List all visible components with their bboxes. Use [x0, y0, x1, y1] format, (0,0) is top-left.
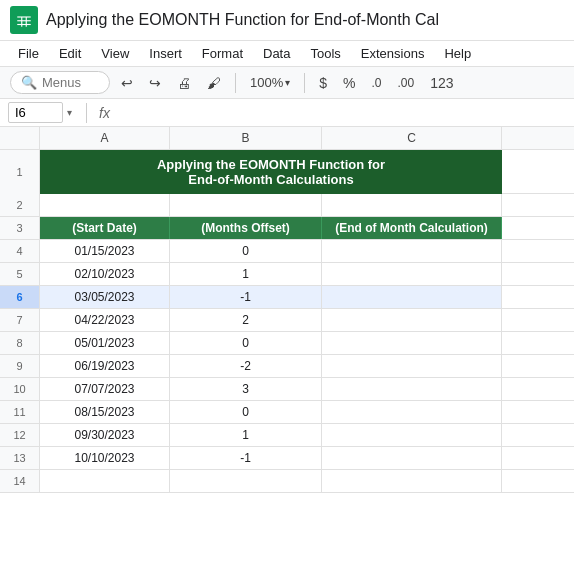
table-row: 3 (Start Date) (Months Offset) (End of M… [0, 217, 574, 240]
decimal-increase-button[interactable]: .00 [393, 73, 420, 93]
cell-a12[interactable]: 09/30/2023 [40, 424, 170, 446]
cell-c8[interactable] [322, 332, 502, 354]
cell-c6[interactable] [322, 286, 502, 308]
row-num-7: 7 [0, 309, 40, 331]
data-rows: 4 01/15/2023 0 5 02/10/2023 1 6 03/05/20… [0, 240, 574, 493]
cell-b4[interactable]: 0 [170, 240, 322, 262]
cell-b14[interactable] [170, 470, 322, 492]
menu-format[interactable]: Format [194, 43, 251, 64]
cell-a14[interactable] [40, 470, 170, 492]
row-num-4: 4 [0, 240, 40, 262]
row-num-2: 2 [0, 194, 40, 216]
cell-reference-box[interactable]: I6 ▾ [8, 102, 78, 123]
row-num-1: 1 [0, 150, 40, 194]
decimal-decrease-button[interactable]: .0 [367, 73, 387, 93]
formula-input[interactable] [122, 105, 566, 120]
cell-b12[interactable]: 1 [170, 424, 322, 446]
cell-ref-input[interactable]: I6 [8, 102, 63, 123]
cell-c12[interactable] [322, 424, 502, 446]
cell-c13[interactable] [322, 447, 502, 469]
subheader-start-date[interactable]: (Start Date) [40, 217, 170, 239]
spreadsheet-title: Applying the EOMONTH Function for End-of… [40, 150, 502, 194]
menu-edit[interactable]: Edit [51, 43, 89, 64]
row-num-3: 3 [0, 217, 40, 239]
cell-b13[interactable]: -1 [170, 447, 322, 469]
table-row: 5 02/10/2023 1 [0, 263, 574, 286]
toolbar: 🔍 ↩ ↪ 🖨 🖌 100% ▾ $ % .0 .00 123 [0, 66, 574, 99]
undo-button[interactable]: ↩ [116, 72, 138, 94]
cell-a9[interactable]: 06/19/2023 [40, 355, 170, 377]
cell-c5[interactable] [322, 263, 502, 285]
table-row: 14 [0, 470, 574, 493]
cell-b5[interactable]: 1 [170, 263, 322, 285]
app-icon [10, 6, 38, 34]
zoom-control[interactable]: 100% ▾ [245, 73, 295, 92]
cell-a10[interactable]: 07/07/2023 [40, 378, 170, 400]
formula-divider [86, 103, 87, 123]
paint-format-button[interactable]: 🖌 [202, 72, 226, 94]
menu-data[interactable]: Data [255, 43, 298, 64]
table-row: 12 09/30/2023 1 [0, 424, 574, 447]
cell-c7[interactable] [322, 309, 502, 331]
cell-a11[interactable]: 08/15/2023 [40, 401, 170, 423]
table-row: 10 07/07/2023 3 [0, 378, 574, 401]
table-row: 6 03/05/2023 -1 [0, 286, 574, 309]
subheader-months-offset[interactable]: (Months Offset) [170, 217, 322, 239]
cell-c10[interactable] [322, 378, 502, 400]
cell-c2[interactable] [322, 194, 502, 216]
cell-b6[interactable]: -1 [170, 286, 322, 308]
search-menus[interactable]: 🔍 [10, 71, 110, 94]
cell-a13[interactable]: 10/10/2023 [40, 447, 170, 469]
cell-a5[interactable]: 02/10/2023 [40, 263, 170, 285]
zoom-dropdown-icon: ▾ [285, 77, 290, 88]
row-num-6: 6 [0, 286, 40, 308]
cell-c11[interactable] [322, 401, 502, 423]
cell-b11[interactable]: 0 [170, 401, 322, 423]
subheader-end-of-month[interactable]: (End of Month Calculation) [322, 217, 502, 239]
row-num-9: 9 [0, 355, 40, 377]
number-format-button[interactable]: 123 [425, 72, 458, 94]
search-input[interactable] [42, 75, 102, 90]
menu-file[interactable]: File [10, 43, 47, 64]
row-num-10: 10 [0, 378, 40, 400]
row-num-8: 8 [0, 332, 40, 354]
col-header-c[interactable]: C [322, 127, 502, 149]
table-row: 7 04/22/2023 2 [0, 309, 574, 332]
cell-a6[interactable]: 03/05/2023 [40, 286, 170, 308]
col-header-a[interactable]: A [40, 127, 170, 149]
cell-b8[interactable]: 0 [170, 332, 322, 354]
menu-bar: File Edit View Insert Format Data Tools … [0, 41, 574, 66]
cell-c9[interactable] [322, 355, 502, 377]
title-bar: Applying the EOMONTH Function for End-of… [0, 0, 574, 41]
cell-c14[interactable] [322, 470, 502, 492]
menu-view[interactable]: View [93, 43, 137, 64]
column-headers: A B C [0, 127, 574, 150]
row-num-13: 13 [0, 447, 40, 469]
cell-a2[interactable] [40, 194, 170, 216]
col-header-b[interactable]: B [170, 127, 322, 149]
menu-insert[interactable]: Insert [141, 43, 190, 64]
row-num-header [0, 127, 40, 149]
row-num-14: 14 [0, 470, 40, 492]
cell-a8[interactable]: 05/01/2023 [40, 332, 170, 354]
window-title: Applying the EOMONTH Function for End-of… [46, 11, 439, 29]
menu-help[interactable]: Help [436, 43, 479, 64]
cell-b7[interactable]: 2 [170, 309, 322, 331]
cell-ref-dropdown-icon: ▾ [67, 107, 72, 118]
table-row: 1 Applying the EOMONTH Function for End-… [0, 150, 574, 194]
redo-button[interactable]: ↪ [144, 72, 166, 94]
percent-button[interactable]: % [338, 72, 360, 94]
cell-b2[interactable] [170, 194, 322, 216]
toolbar-divider-1 [235, 73, 236, 93]
cell-b10[interactable]: 3 [170, 378, 322, 400]
cell-a7[interactable]: 04/22/2023 [40, 309, 170, 331]
cell-c4[interactable] [322, 240, 502, 262]
print-button[interactable]: 🖨 [172, 72, 196, 94]
table-row: 8 05/01/2023 0 [0, 332, 574, 355]
cell-a4[interactable]: 01/15/2023 [40, 240, 170, 262]
menu-extensions[interactable]: Extensions [353, 43, 433, 64]
menu-tools[interactable]: Tools [302, 43, 348, 64]
cell-b9[interactable]: -2 [170, 355, 322, 377]
toolbar-divider-2 [304, 73, 305, 93]
currency-button[interactable]: $ [314, 72, 332, 94]
